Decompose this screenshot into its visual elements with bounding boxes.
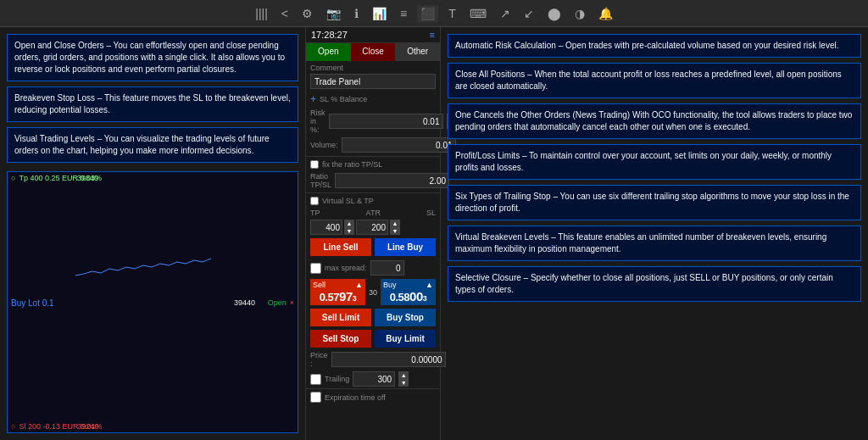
sell-price-sup: 3 xyxy=(353,294,357,303)
chart-icon[interactable]: 📊 xyxy=(369,5,390,22)
sl-balance-label: SL % Balance xyxy=(320,95,367,103)
keyboard-icon[interactable]: ⌨ xyxy=(466,5,490,22)
text-icon[interactable]: T xyxy=(445,5,459,22)
info-box-oco: One Cancels the Other Orders (News Tradi… xyxy=(448,103,861,139)
tp-sl-inputs: ▲ ▼ ▲ ▼ xyxy=(306,219,440,236)
buy-price-sup: 3 xyxy=(423,294,427,303)
tab-open[interactable]: Open xyxy=(306,43,351,61)
info-icon[interactable]: ℹ xyxy=(351,5,362,22)
tp-up[interactable]: ▲ xyxy=(344,220,354,227)
buy-arrow-up: ▲ xyxy=(426,281,433,289)
line-btn-row: Line Sell Line Buy xyxy=(306,236,440,259)
trailing-up[interactable]: ▲ xyxy=(398,371,409,379)
price-row: Price : xyxy=(306,349,440,370)
atr-spinner: ▲ ▼ xyxy=(390,220,400,235)
right-panel: Automatic Risk Calculation – Open trades… xyxy=(441,27,868,440)
half-circle-icon[interactable]: ◑ xyxy=(571,5,588,22)
list-icon[interactable]: ≡ xyxy=(397,5,410,22)
tp-label: ○ Tp 400 0.25 EUR 0.03% 39840 xyxy=(11,174,102,182)
info-box-breakeven: Breakeven Stop Loss – This feature moves… xyxy=(7,86,298,122)
ratio-label: Ratio TP/SL xyxy=(310,172,331,189)
sell-stop-button[interactable]: Sell Stop xyxy=(310,330,371,348)
sell-arrow-up: ▲ xyxy=(355,281,363,289)
buy-label: Buy Lot 0.1 xyxy=(11,298,54,307)
arrow-up-icon[interactable]: ↗ xyxy=(497,5,514,22)
circle-icon[interactable]: ⬤ xyxy=(544,5,565,22)
trailing-down[interactable]: ▼ xyxy=(398,379,409,387)
ratio-input[interactable] xyxy=(335,173,449,188)
main-layout: Open and Close Orders – You can effortle… xyxy=(0,27,868,440)
line-buy-button[interactable]: Line Buy xyxy=(375,238,436,256)
fix-ratio-row: fix the ratio TP/SL xyxy=(306,159,440,170)
info-box-selective-closure: Selective Closure – Specify whether to c… xyxy=(448,266,861,302)
panel-header: 17:28:27 ≡ xyxy=(306,27,440,43)
open-button-chart[interactable]: Open xyxy=(268,298,287,307)
sell-price-big: 97 xyxy=(339,289,353,304)
sell-limit-button[interactable]: Sell Limit xyxy=(310,309,371,326)
atr-input[interactable] xyxy=(356,220,388,235)
buy-side[interactable]: Buy ▲ 0.58 00 3 xyxy=(381,279,436,305)
comment-input[interactable] xyxy=(310,74,436,89)
volume-row: Volume: xyxy=(306,136,440,154)
trailing-label: Trailing xyxy=(325,375,349,383)
tp-header: TP xyxy=(310,209,320,217)
tp-input[interactable] xyxy=(310,220,342,235)
spread-label: max spread: xyxy=(325,264,367,272)
atr-down[interactable]: ▼ xyxy=(390,227,400,235)
virtual-checkbox[interactable] xyxy=(310,197,319,205)
bars-icon[interactable]: |||| xyxy=(252,5,271,22)
comment-label: Comment xyxy=(310,64,436,72)
atr-up[interactable]: ▲ xyxy=(390,220,400,227)
info-box-visual: Visual Trading Levels – You can visualiz… xyxy=(7,127,298,163)
sell-price: 0.57 97 3 xyxy=(320,289,357,304)
fix-ratio-checkbox[interactable] xyxy=(310,160,319,169)
info-box-open-close: Open and Close Orders – You can effortle… xyxy=(7,34,298,81)
buy-top: Buy ▲ xyxy=(383,281,433,289)
sell-price-small: 0.57 xyxy=(320,291,339,304)
expiry-row: Expiration time off xyxy=(306,388,440,405)
max-spread-checkbox[interactable] xyxy=(310,263,321,274)
expiry-checkbox[interactable] xyxy=(310,392,321,403)
buy-price: 39440 xyxy=(234,298,255,307)
sellbuy-section: Sell ▲ 0.57 97 3 30 Buy ▲ xyxy=(306,277,440,307)
price-input[interactable] xyxy=(331,352,446,367)
arrow-down-icon[interactable]: ↙ xyxy=(520,5,537,22)
spread-row: max spread: xyxy=(306,259,440,277)
left-panel: Open and Close Orders – You can effortle… xyxy=(0,27,305,440)
volume-input[interactable] xyxy=(342,137,456,153)
trailing-input[interactable] xyxy=(353,371,395,387)
buy-limit-button[interactable]: Buy Limit xyxy=(375,330,436,348)
toolbar: |||| < ⚙ 📷 ℹ 📊 ≡ ⬛ T ⌨ ↗ ↙ ⬤ ◑ 🔔 xyxy=(0,0,868,27)
divider-2 xyxy=(306,192,440,193)
balance-plus-icon[interactable]: + xyxy=(310,93,316,105)
bell-icon[interactable]: 🔔 xyxy=(595,5,616,22)
buy-stop-button[interactable]: Buy Stop xyxy=(375,309,436,326)
tab-close[interactable]: Close xyxy=(351,43,396,61)
divider-1 xyxy=(306,156,440,157)
risk-input[interactable] xyxy=(329,114,443,129)
line-sell-button[interactable]: Line Sell xyxy=(310,238,371,256)
back-icon[interactable]: < xyxy=(278,5,292,22)
info-box-auto-risk: Automatic Risk Calculation – Open trades… xyxy=(448,34,861,58)
trade-icon[interactable]: ⬛ xyxy=(417,5,438,22)
camera-icon[interactable]: 📷 xyxy=(323,5,344,22)
tab-other[interactable]: Other xyxy=(395,43,440,61)
info-box-close-all: Close All Positions – When the total acc… xyxy=(448,63,861,98)
buy-price-small: 0.58 xyxy=(390,291,409,304)
info-box-virtual-breakeven: Virtual Breakeven Levels – This feature … xyxy=(448,226,861,261)
spread-input[interactable] xyxy=(370,260,404,276)
panel-menu-icon[interactable]: ≡ xyxy=(430,30,435,40)
spread-number: 30 xyxy=(369,288,377,297)
sell-stop-buy-limit-row: Sell Stop Buy Limit xyxy=(306,328,440,349)
risk-row: Risk in %: ▲ ▼ xyxy=(306,107,440,136)
close-button-chart[interactable]: × xyxy=(290,298,294,307)
trailing-checkbox[interactable] xyxy=(310,374,321,385)
chart-area: ○ Tp 400 0.25 EUR 0.03% 39840 Buy Lot 0.… xyxy=(7,171,298,433)
settings-icon[interactable]: ⚙ xyxy=(298,5,316,22)
sell-side[interactable]: Sell ▲ 0.57 97 3 xyxy=(310,279,365,305)
comment-section: Comment xyxy=(306,61,440,92)
info-box-profit-loss: Profit/Loss Limits – To maintain control… xyxy=(448,144,861,180)
sell-label: Sell xyxy=(313,281,326,289)
tp-down[interactable]: ▼ xyxy=(344,227,354,235)
tp-spinner: ▲ ▼ xyxy=(344,220,354,235)
